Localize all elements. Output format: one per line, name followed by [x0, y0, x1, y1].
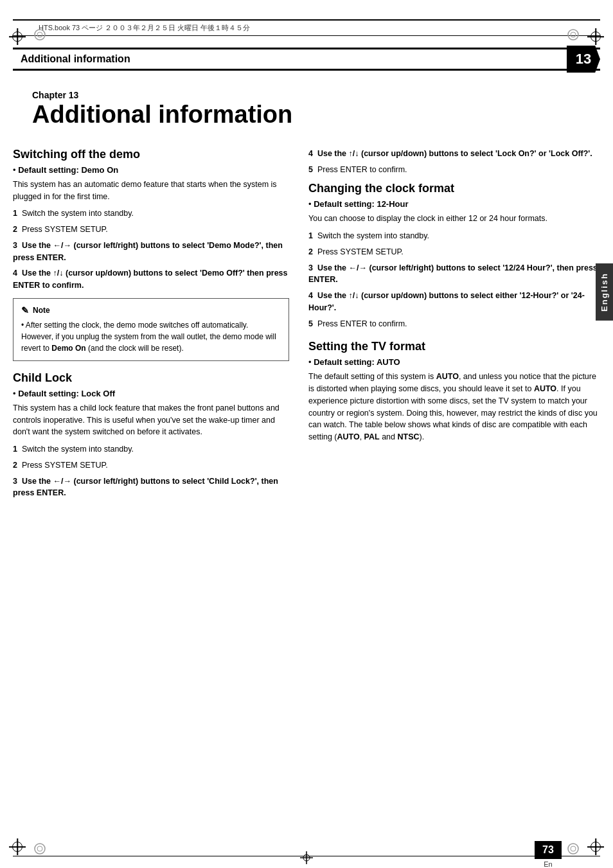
- reg-mark-top-right: [587, 28, 604, 45]
- section-title-switching-demo: Switching off the demo: [13, 148, 289, 161]
- reg-mark-bottom-left: [9, 838, 26, 855]
- default-value-demo: Demo On: [81, 165, 118, 175]
- default-setting-clock: • Default setting: 12-Hour: [308, 199, 600, 209]
- step-cf-5: 5 Press ENTER to confirm.: [308, 318, 600, 330]
- chapter-number-badge: 13: [567, 46, 600, 73]
- chapter-label: Chapter 13: [32, 90, 581, 100]
- step-cl-4: 4 Use the ↑/↓ (cursor up/down) buttons t…: [308, 148, 600, 160]
- reg-mark-top-left: [9, 28, 26, 45]
- step-cl-5: 5 Press ENTER to confirm.: [308, 164, 600, 176]
- svg-point-0: [35, 30, 45, 40]
- svg-point-1: [37, 32, 42, 37]
- language-tab: English: [596, 263, 613, 321]
- step-cf-1: 1 Switch the system into standby.: [308, 230, 600, 242]
- deco-circle-tl: [33, 28, 46, 41]
- svg-point-3: [571, 32, 576, 37]
- step-cf-2: 2 Press SYSTEM SETUP.: [308, 246, 600, 258]
- page: English HTS.book 73 ページ ２００３年２月２５日 火曜日 午…: [0, 19, 613, 868]
- svg-point-4: [35, 844, 45, 854]
- intro-clock: You can choose to display the clock in e…: [308, 213, 600, 225]
- right-column: 4 Use the ↑/↓ (cursor up/down) buttons t…: [308, 148, 600, 503]
- section-title-tv: Setting the TV format: [308, 340, 600, 353]
- step-demo-4: 4 Use the ↑/↓ (cursor up/down) buttons t…: [13, 267, 289, 292]
- deco-circle-tr: [567, 28, 580, 41]
- step-demo-3: 3 Use the ←/→ (cursor left/right) button…: [13, 240, 289, 264]
- svg-point-2: [568, 30, 578, 40]
- page-footer: 73 En: [535, 841, 562, 868]
- chapter-main-title: Additional information: [32, 102, 581, 128]
- section-switching-off-demo: Switching off the demo • Default setting…: [13, 148, 289, 361]
- note-header-demo: ✎ Note: [21, 305, 281, 315]
- step-cl-2: 2 Press SYSTEM SETUP.: [13, 459, 289, 472]
- left-column: Switching off the demo • Default setting…: [13, 148, 289, 503]
- step-demo-1: 1 Switch the system into standby.: [13, 208, 289, 220]
- default-setting-child-lock: • Default setting: Lock Off: [13, 389, 289, 398]
- section-clock-format: Changing the clock format • Default sett…: [308, 182, 600, 330]
- intro-child-lock: This system has a child lock feature tha…: [13, 402, 289, 438]
- chapter-header: Additional information 13: [13, 48, 600, 71]
- note-icon-demo: ✎: [21, 305, 29, 315]
- page-sub: En: [544, 860, 552, 868]
- note-box-demo: ✎ Note • After setting the clock, the de…: [13, 298, 289, 361]
- deco-circle-br: [567, 842, 580, 855]
- step-cf-3: 3 Use the ←/→ (cursor left/right) button…: [308, 262, 600, 287]
- svg-point-5: [37, 846, 42, 851]
- svg-point-7: [571, 846, 576, 851]
- default-label-demo: Default setting:: [18, 165, 81, 175]
- deco-circle-bl: [33, 842, 46, 855]
- section-title-child-lock: Child Lock: [13, 371, 289, 385]
- chapter-heading-area: Chapter 13 Additional information: [0, 71, 613, 148]
- note-label-demo: Note: [33, 306, 50, 315]
- child-lock-cont: 4 Use the ↑/↓ (cursor up/down) buttons t…: [308, 148, 600, 176]
- top-bar: HTS.book 73 ページ ２００３年２月２５日 火曜日 午後１時４５分: [13, 19, 600, 36]
- top-bar-text: HTS.book 73 ページ ２００３年２月２５日 火曜日 午後１時４５分: [39, 24, 250, 31]
- svg-point-6: [568, 844, 578, 854]
- step-cf-4: 4 Use the ↑/↓ (cursor up/down) buttons t…: [308, 290, 600, 314]
- page-number: 73: [535, 841, 562, 859]
- center-bottom-mark: [300, 851, 313, 864]
- content-columns: Switching off the demo • Default setting…: [13, 148, 600, 503]
- step-cl-3: 3 Use the ←/→ (cursor left/right) button…: [13, 475, 289, 500]
- section-title-clock: Changing the clock format: [308, 182, 600, 195]
- step-cl-1: 1 Switch the system into standby.: [13, 443, 289, 456]
- intro-tv: The default setting of this system is AU…: [308, 371, 600, 443]
- note-text-demo: • After setting the clock, the demo mode…: [21, 319, 281, 354]
- intro-demo: This system has an automatic demo featur…: [13, 179, 289, 203]
- reg-mark-bottom-right: [587, 838, 604, 855]
- section-tv-format: Setting the TV format • Default setting:…: [308, 340, 600, 443]
- default-setting-tv: • Default setting: AUTO: [308, 357, 600, 367]
- section-child-lock: Child Lock • Default setting: Lock Off T…: [13, 371, 289, 499]
- default-setting-demo: • Default setting: Demo On: [13, 165, 289, 175]
- chapter-header-title: Additional information: [21, 53, 592, 65]
- step-demo-2: 2 Press SYSTEM SETUP.: [13, 224, 289, 236]
